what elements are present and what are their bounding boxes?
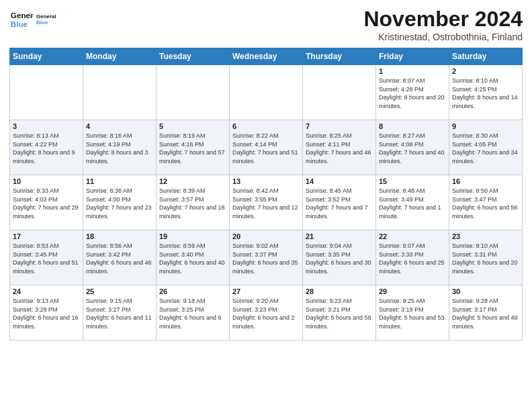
cell-week2-day5: 8Sunrise: 8:27 AM Sunset: 4:08 PM Daylig… bbox=[376, 120, 449, 175]
cell-week1-day6: 2Sunrise: 8:10 AM Sunset: 4:25 PM Daylig… bbox=[449, 65, 523, 120]
day-info: Sunrise: 8:56 AM Sunset: 3:42 PM Dayligh… bbox=[86, 242, 153, 275]
day-info: Sunrise: 8:33 AM Sunset: 4:03 PM Dayligh… bbox=[13, 187, 80, 220]
location: Kristinestad, Ostrobothnia, Finland bbox=[363, 32, 523, 42]
day-info: Sunrise: 8:45 AM Sunset: 3:52 PM Dayligh… bbox=[306, 187, 373, 220]
cell-week5-day5: 29Sunrise: 9:25 AM Sunset: 3:19 PM Dayli… bbox=[376, 285, 449, 340]
day-info: Sunrise: 9:07 AM Sunset: 3:33 PM Dayligh… bbox=[379, 242, 446, 275]
cell-week5-day0: 24Sunrise: 9:13 AM Sunset: 3:29 PM Dayli… bbox=[10, 285, 83, 340]
day-info: Sunrise: 9:10 AM Sunset: 3:31 PM Dayligh… bbox=[452, 242, 519, 275]
svg-marker-5 bbox=[65, 13, 69, 17]
header-sunday: Sunday bbox=[10, 48, 83, 65]
calendar: Sunday Monday Tuesday Wednesday Thursday… bbox=[9, 48, 523, 340]
day-info: Sunrise: 8:53 AM Sunset: 3:45 PM Dayligh… bbox=[13, 242, 80, 275]
cell-week1-day0 bbox=[10, 65, 83, 120]
cell-week4-day1: 18Sunrise: 8:56 AM Sunset: 3:42 PM Dayli… bbox=[83, 230, 157, 285]
day-number: 5 bbox=[159, 122, 226, 130]
header-monday: Monday bbox=[83, 48, 157, 65]
cell-week1-day2 bbox=[157, 65, 230, 120]
cell-week1-day1 bbox=[83, 65, 157, 120]
header-wednesday: Wednesday bbox=[230, 48, 303, 65]
day-number: 18 bbox=[86, 232, 153, 240]
cell-week3-day5: 15Sunrise: 8:48 AM Sunset: 3:49 PM Dayli… bbox=[376, 175, 449, 230]
day-info: Sunrise: 8:25 AM Sunset: 4:11 PM Dayligh… bbox=[306, 132, 373, 165]
cell-week1-day4 bbox=[303, 65, 376, 120]
day-number: 25 bbox=[86, 287, 153, 295]
cell-week1-day3 bbox=[230, 65, 303, 120]
cell-week4-day4: 21Sunrise: 9:04 AM Sunset: 3:35 PM Dayli… bbox=[303, 230, 376, 285]
day-info: Sunrise: 8:36 AM Sunset: 4:00 PM Dayligh… bbox=[86, 187, 153, 220]
day-info: Sunrise: 9:20 AM Sunset: 3:23 PM Dayligh… bbox=[232, 297, 300, 330]
weekday-header-row: Sunday Monday Tuesday Wednesday Thursday… bbox=[10, 48, 523, 65]
day-info: Sunrise: 9:23 AM Sunset: 3:21 PM Dayligh… bbox=[306, 297, 373, 330]
cell-week2-day4: 7Sunrise: 8:25 AM Sunset: 4:11 PM Daylig… bbox=[303, 120, 376, 175]
day-info: Sunrise: 8:22 AM Sunset: 4:14 PM Dayligh… bbox=[232, 132, 300, 165]
day-info: Sunrise: 9:02 AM Sunset: 3:37 PM Dayligh… bbox=[232, 242, 300, 275]
cell-week4-day0: 17Sunrise: 8:53 AM Sunset: 3:45 PM Dayli… bbox=[10, 230, 83, 285]
cell-week3-day6: 16Sunrise: 8:50 AM Sunset: 3:47 PM Dayli… bbox=[449, 175, 523, 230]
day-info: Sunrise: 8:07 AM Sunset: 4:28 PM Dayligh… bbox=[379, 77, 446, 110]
day-number: 12 bbox=[159, 177, 226, 185]
svg-text:Blue: Blue bbox=[11, 19, 28, 28]
day-number: 15 bbox=[379, 177, 446, 185]
day-info: Sunrise: 9:13 AM Sunset: 3:29 PM Dayligh… bbox=[13, 297, 80, 330]
day-number: 9 bbox=[452, 122, 519, 130]
svg-text:Blue: Blue bbox=[36, 19, 48, 26]
day-number: 29 bbox=[379, 287, 446, 295]
day-number: 20 bbox=[232, 232, 300, 240]
day-number: 8 bbox=[379, 122, 446, 130]
day-number: 28 bbox=[306, 287, 373, 295]
cell-week1-day5: 1Sunrise: 8:07 AM Sunset: 4:28 PM Daylig… bbox=[376, 65, 449, 120]
day-info: Sunrise: 8:16 AM Sunset: 4:19 PM Dayligh… bbox=[86, 132, 153, 165]
day-number: 22 bbox=[379, 232, 446, 240]
day-info: Sunrise: 8:10 AM Sunset: 4:25 PM Dayligh… bbox=[452, 77, 519, 110]
svg-text:General: General bbox=[11, 11, 34, 19]
day-number: 2 bbox=[452, 67, 519, 75]
day-number: 19 bbox=[159, 232, 226, 240]
day-info: Sunrise: 8:59 AM Sunset: 3:40 PM Dayligh… bbox=[159, 242, 226, 275]
day-info: Sunrise: 8:48 AM Sunset: 3:49 PM Dayligh… bbox=[379, 187, 446, 220]
week-row-3: 10Sunrise: 8:33 AM Sunset: 4:03 PM Dayli… bbox=[10, 175, 523, 230]
week-row-1: 1Sunrise: 8:07 AM Sunset: 4:28 PM Daylig… bbox=[10, 65, 523, 120]
week-row-5: 24Sunrise: 9:13 AM Sunset: 3:29 PM Dayli… bbox=[10, 285, 523, 340]
cell-week2-day3: 6Sunrise: 8:22 AM Sunset: 4:14 PM Daylig… bbox=[230, 120, 303, 175]
day-number: 30 bbox=[452, 287, 519, 295]
header-friday: Friday bbox=[376, 48, 449, 65]
cell-week4-day3: 20Sunrise: 9:02 AM Sunset: 3:37 PM Dayli… bbox=[230, 230, 303, 285]
cell-week3-day4: 14Sunrise: 8:45 AM Sunset: 3:52 PM Dayli… bbox=[303, 175, 376, 230]
cell-week3-day0: 10Sunrise: 8:33 AM Sunset: 4:03 PM Dayli… bbox=[10, 175, 83, 230]
logo: General Blue General Blue bbox=[9, 7, 69, 32]
day-number: 27 bbox=[232, 287, 300, 295]
day-number: 21 bbox=[306, 232, 373, 240]
month-title: November 2024 bbox=[363, 7, 523, 32]
day-number: 13 bbox=[232, 177, 300, 185]
logo-svg: General Blue bbox=[36, 7, 69, 32]
day-info: Sunrise: 9:04 AM Sunset: 3:35 PM Dayligh… bbox=[306, 242, 373, 275]
day-number: 26 bbox=[159, 287, 226, 295]
day-info: Sunrise: 9:15 AM Sunset: 3:27 PM Dayligh… bbox=[86, 297, 153, 330]
cell-week4-day5: 22Sunrise: 9:07 AM Sunset: 3:33 PM Dayli… bbox=[376, 230, 449, 285]
day-info: Sunrise: 8:50 AM Sunset: 3:47 PM Dayligh… bbox=[452, 187, 519, 220]
day-info: Sunrise: 8:30 AM Sunset: 4:05 PM Dayligh… bbox=[452, 132, 519, 165]
day-number: 23 bbox=[452, 232, 519, 240]
cell-week5-day6: 30Sunrise: 9:28 AM Sunset: 3:17 PM Dayli… bbox=[449, 285, 523, 340]
day-number: 16 bbox=[452, 177, 519, 185]
day-info: Sunrise: 9:28 AM Sunset: 3:17 PM Dayligh… bbox=[452, 297, 519, 330]
cell-week5-day3: 27Sunrise: 9:20 AM Sunset: 3:23 PM Dayli… bbox=[230, 285, 303, 340]
day-number: 17 bbox=[13, 232, 80, 240]
cell-week2-day1: 4Sunrise: 8:16 AM Sunset: 4:19 PM Daylig… bbox=[83, 120, 157, 175]
day-number: 3 bbox=[13, 122, 80, 130]
day-info: Sunrise: 9:25 AM Sunset: 3:19 PM Dayligh… bbox=[379, 297, 446, 330]
day-number: 10 bbox=[13, 177, 80, 185]
cell-week5-day4: 28Sunrise: 9:23 AM Sunset: 3:21 PM Dayli… bbox=[303, 285, 376, 340]
cell-week4-day6: 23Sunrise: 9:10 AM Sunset: 3:31 PM Dayli… bbox=[449, 230, 523, 285]
svg-text:General: General bbox=[36, 13, 56, 19]
day-info: Sunrise: 9:18 AM Sunset: 3:25 PM Dayligh… bbox=[159, 297, 226, 330]
day-number: 14 bbox=[306, 177, 373, 185]
day-info: Sunrise: 8:39 AM Sunset: 3:57 PM Dayligh… bbox=[159, 187, 226, 220]
week-row-2: 3Sunrise: 8:13 AM Sunset: 4:22 PM Daylig… bbox=[10, 120, 523, 175]
day-number: 6 bbox=[232, 122, 300, 130]
day-number: 11 bbox=[86, 177, 153, 185]
header-saturday: Saturday bbox=[449, 48, 523, 65]
logo-icon: General Blue bbox=[9, 7, 34, 32]
day-number: 24 bbox=[13, 287, 80, 295]
